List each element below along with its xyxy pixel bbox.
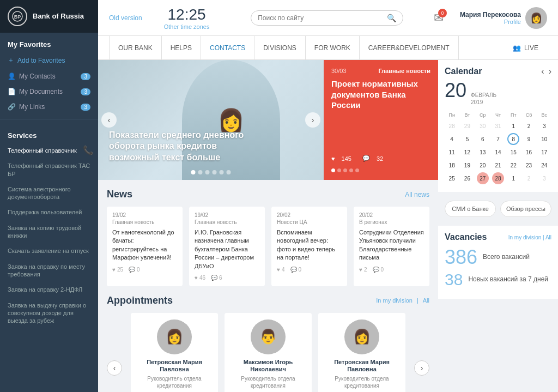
calendar-day[interactable]: 9 xyxy=(523,133,535,145)
calendar-day[interactable]: 16 xyxy=(523,146,535,158)
my-documents-item[interactable]: 📄 My Documents 3 xyxy=(0,84,98,99)
hero-dot-3[interactable] xyxy=(205,170,210,174)
calendar-day[interactable]: 18 xyxy=(446,159,458,171)
in-my-division-link[interactable]: In my division xyxy=(376,297,413,304)
calendar-day[interactable]: 30 xyxy=(477,120,489,132)
calendar-day[interactable]: 23 xyxy=(523,159,535,171)
hero-dot-1[interactable] xyxy=(191,170,196,174)
calendar-day[interactable]: 21 xyxy=(492,159,504,171)
calendar-day[interactable]: 1 xyxy=(507,120,519,132)
hero-dot-6[interactable] xyxy=(227,170,231,174)
smi-button[interactable]: СМИ о Банке xyxy=(445,201,496,217)
news-card-text[interactable]: И.Ю. Грановская назначена главным бухгал… xyxy=(195,228,259,270)
calendar-day[interactable]: 8 xyxy=(507,133,519,145)
hero-next-button[interactable]: › xyxy=(305,112,320,128)
news-buttons-area: СМИ о Банке Обзор прессы xyxy=(438,196,558,221)
service-item-0[interactable]: Телефонный справочник📞 xyxy=(0,143,98,158)
calendar-day[interactable]: 13 xyxy=(477,146,489,158)
news-card-text[interactable]: Вспоминаем новогодний вечер: фото и виде… xyxy=(277,228,342,262)
hero-prev-button[interactable]: ‹ xyxy=(101,112,117,128)
hero-news-date: 30/03 xyxy=(331,68,347,74)
calendar-day[interactable]: 22 xyxy=(507,159,519,171)
my-contacts-item[interactable]: 👤 My Contacts 3 xyxy=(0,69,98,84)
news-all-link[interactable]: All news xyxy=(405,191,429,198)
nav-item-divisions[interactable]: DIVISIONS xyxy=(254,36,306,60)
calendar-day[interactable]: 6 xyxy=(477,133,489,145)
calendar-day[interactable]: 11 xyxy=(446,146,458,158)
service-item-7[interactable]: Заявка на справку 2-НДФЛ xyxy=(0,282,98,297)
calendar-day[interactable]: 7 xyxy=(492,133,504,145)
calendar-day[interactable]: 3 xyxy=(538,172,550,184)
calendar-day[interactable]: 26 xyxy=(461,172,473,184)
vac-in-division-link[interactable]: In my division xyxy=(508,234,542,240)
calendar-day[interactable]: 28 xyxy=(446,120,458,132)
user-profile-button[interactable]: Мария Перекосова Profile 👩 xyxy=(460,7,547,29)
calendar-day[interactable]: 5 xyxy=(461,133,473,145)
service-item-2[interactable]: Система электронного документооборота xyxy=(0,182,98,205)
calendar-day[interactable]: 20 xyxy=(477,159,489,171)
nav-item-for-work[interactable]: FOR WORK xyxy=(306,36,360,60)
calendar-day[interactable]: 3 xyxy=(538,120,550,132)
news-card-text[interactable]: Сотрудники Отделения Ульяновск получили … xyxy=(359,228,424,262)
calendar-day[interactable]: 27 xyxy=(477,172,489,184)
news-card-stats: ♥ 2 💬 0 xyxy=(359,267,424,273)
add-to-favorites-button[interactable]: ＋ Add to Favorites xyxy=(0,52,98,69)
service-item-8[interactable]: Заявка на выдачу справки о совокупном до… xyxy=(0,298,98,329)
vac-all-link[interactable]: All xyxy=(545,234,551,240)
sidebar-logo[interactable]: БР Bank of Russia xyxy=(0,0,98,33)
hero-news-dot-3[interactable] xyxy=(343,168,347,172)
nav-item-our-bank[interactable]: OUR BANK xyxy=(109,36,162,60)
timezone-link[interactable]: Other time zones xyxy=(164,23,210,30)
user-profile-link[interactable]: Profile xyxy=(460,19,521,25)
calendar-day[interactable]: 25 xyxy=(446,172,458,184)
hero-news-dot-2[interactable] xyxy=(337,168,341,172)
calendar-day[interactable]: 14 xyxy=(492,146,504,158)
calendar-day[interactable]: 10 xyxy=(538,133,550,145)
plus-icon: ＋ xyxy=(8,56,14,65)
hero-dot-4[interactable] xyxy=(213,170,217,174)
nav-item-contacts[interactable]: CONTACTS xyxy=(201,36,254,60)
hero-news-dot-5[interactable] xyxy=(355,168,359,172)
calendar-day[interactable]: 17 xyxy=(538,146,550,158)
calendar-day[interactable]: 2 xyxy=(523,172,535,184)
search-bar[interactable]: 🔍 xyxy=(251,10,403,26)
news-card-text[interactable]: От нанотехнологий до бачаты: регистрируй… xyxy=(112,228,177,262)
obzor-button[interactable]: Обзор прессы xyxy=(500,201,551,217)
service-item-5[interactable]: Скачать заявление на отпуск xyxy=(0,243,98,258)
hero-dot-2[interactable] xyxy=(198,170,203,174)
nav-live[interactable]: 👥 LIVE xyxy=(504,44,547,52)
mail-button[interactable]: ✉ 0 xyxy=(434,11,444,25)
appt-prev-button[interactable]: ‹ xyxy=(107,360,122,376)
all-appointments-link[interactable]: All xyxy=(423,297,429,304)
hero-news-dot-4[interactable] xyxy=(349,168,353,172)
service-item-4[interactable]: Заявка на копию трудовой книжки xyxy=(0,220,98,244)
calendar-day[interactable]: 29 xyxy=(461,120,473,132)
calendar-day[interactable]: 4 xyxy=(446,133,458,145)
appt-avatar-1: 👨 xyxy=(251,319,286,354)
hero-news-title: Проект нормативных документов Банка Росс… xyxy=(331,79,430,150)
appt-next-button[interactable]: › xyxy=(414,360,429,376)
search-icon[interactable]: 🔍 xyxy=(387,14,396,22)
calendar-day[interactable]: 1 xyxy=(507,172,519,184)
old-version-link[interactable]: Old version xyxy=(109,14,142,22)
search-input[interactable] xyxy=(258,14,384,22)
calendar-day[interactable]: 28 xyxy=(492,172,504,184)
cal-next-button[interactable]: › xyxy=(549,67,551,76)
service-item-6[interactable]: Заявка на справку по месту требования xyxy=(0,259,98,282)
service-item-3[interactable]: Поддержка пользователей xyxy=(0,204,98,220)
calendar-day[interactable]: 2 xyxy=(523,120,535,132)
heart-icon: ♥ xyxy=(359,267,362,273)
service-item-1[interactable]: Телефонный справочник ТАС БР xyxy=(0,158,98,182)
calendar-day[interactable]: 24 xyxy=(538,159,550,171)
cal-prev-button[interactable]: ‹ xyxy=(541,67,544,76)
nav-item-career-development[interactable]: CAREER&DEVELOPMENT xyxy=(360,36,459,60)
calendar-day[interactable]: 12 xyxy=(461,146,473,158)
calendar-day[interactable]: 15 xyxy=(507,146,519,158)
vacancies-header: Vacancies In my division | All xyxy=(445,232,551,242)
nav-item-helps[interactable]: HELPS xyxy=(162,36,201,60)
my-links-item[interactable]: 🔗 My Links 3 xyxy=(0,99,98,114)
calendar-day[interactable]: 31 xyxy=(492,120,504,132)
hero-news-dot-1[interactable] xyxy=(331,168,335,172)
calendar-day[interactable]: 19 xyxy=(461,159,473,171)
hero-dot-5[interactable] xyxy=(220,170,224,174)
